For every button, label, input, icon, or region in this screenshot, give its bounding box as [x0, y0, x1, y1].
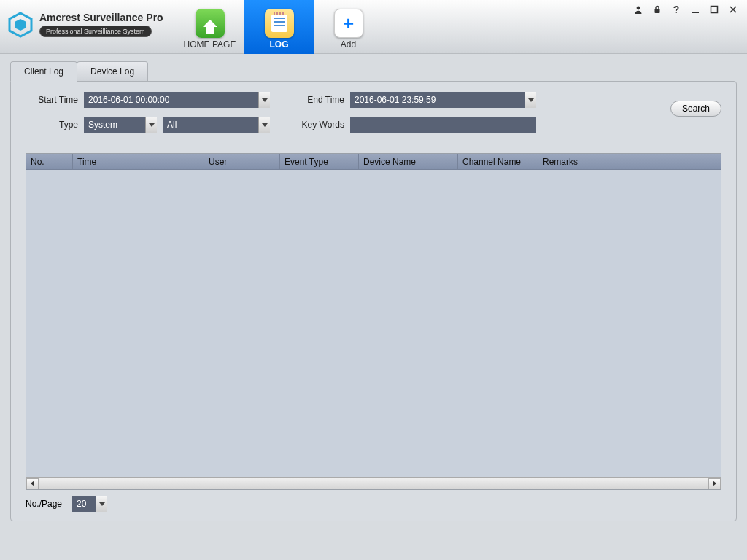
brand-subtitle: Professional Surveilliance System — [39, 26, 152, 37]
subtab-device-log[interactable]: Device Log — [77, 61, 148, 81]
per-page-value: 20 — [77, 499, 86, 509]
scroll-left-icon[interactable] — [26, 478, 39, 489]
help-icon[interactable]: ? — [671, 4, 681, 15]
end-time-input[interactable]: 2016-06-01 23:59:59 — [350, 92, 536, 108]
svg-rect-4 — [692, 12, 699, 13]
nav-label-log: LOG — [270, 39, 289, 50]
label-start-time: Start Time — [26, 95, 84, 105]
subtab-client-log[interactable]: Client Log — [10, 61, 77, 81]
keywords-input[interactable] — [350, 117, 536, 133]
chevron-down-icon[interactable] — [96, 496, 107, 512]
content-area: Client Log Device Log Start Time 2016-06… — [0, 54, 747, 521]
log-table: No. Time User Event Type Device Name Cha… — [26, 153, 721, 490]
nav-tab-log[interactable]: LOG — [244, 0, 314, 54]
pager: No./Page 20 — [26, 496, 721, 512]
svg-point-2 — [637, 7, 640, 10]
add-icon: + — [334, 9, 363, 38]
nav-label-home: HOME PAGE — [184, 39, 236, 50]
table-header: No. Time User Event Type Device Name Cha… — [26, 154, 721, 170]
col-remarks[interactable]: Remarks — [538, 154, 721, 169]
svg-marker-1 — [15, 19, 26, 31]
subtype-value: All — [167, 120, 177, 130]
col-time[interactable]: Time — [73, 154, 204, 169]
home-icon — [196, 9, 225, 38]
lock-icon[interactable] — [652, 4, 662, 15]
end-time-value: 2016-06-01 23:59:59 — [355, 95, 436, 105]
title-bar: Amcrest Surveillance Pro Professional Su… — [0, 0, 747, 54]
start-time-input[interactable]: 2016-06-01 00:00:00 — [84, 92, 270, 108]
chevron-down-icon[interactable] — [258, 92, 270, 108]
minimize-icon[interactable] — [690, 4, 700, 15]
type-select[interactable]: System — [84, 117, 157, 133]
col-device[interactable]: Device Name — [359, 154, 458, 169]
per-page-select[interactable]: 20 — [72, 496, 107, 512]
table-body-empty — [26, 170, 721, 477]
brand-block: Amcrest Surveillance Pro Professional Su… — [7, 9, 163, 38]
chevron-down-icon[interactable] — [145, 117, 157, 133]
col-user[interactable]: User — [204, 154, 280, 169]
label-end-time: End Time — [299, 95, 350, 105]
nav-tab-add[interactable]: + Add — [314, 0, 383, 54]
chevron-down-icon[interactable] — [525, 92, 536, 108]
brand-logo-icon — [7, 12, 34, 38]
nav-label-add: Add — [341, 39, 356, 50]
nav-tabs: HOME PAGE LOG + Add — [175, 0, 383, 54]
filter-panel: Start Time 2016-06-01 00:00:00 End Time … — [10, 81, 737, 521]
col-channel[interactable]: Channel Name — [458, 154, 538, 169]
log-subtabs: Client Log Device Log — [10, 61, 737, 81]
label-per-page: No./Page — [26, 499, 72, 509]
col-event[interactable]: Event Type — [280, 154, 359, 169]
chevron-down-icon[interactable] — [258, 117, 270, 133]
label-keywords: Key Words — [299, 120, 350, 130]
svg-rect-3 — [655, 9, 660, 13]
type-value: System — [88, 120, 117, 130]
brand-title: Amcrest Surveillance Pro — [39, 12, 163, 23]
col-no[interactable]: No. — [26, 154, 73, 169]
nav-tab-home[interactable]: HOME PAGE — [175, 0, 244, 54]
start-time-value: 2016-06-01 00:00:00 — [88, 95, 169, 105]
user-icon[interactable] — [633, 4, 643, 15]
subtype-select[interactable]: All — [163, 117, 270, 133]
maximize-icon[interactable] — [709, 4, 719, 15]
search-button[interactable]: Search — [670, 101, 721, 117]
window-controls: ? — [633, 4, 738, 15]
label-type: Type — [26, 120, 84, 130]
horizontal-scrollbar[interactable] — [26, 477, 721, 489]
log-icon — [265, 9, 294, 38]
close-icon[interactable] — [728, 4, 738, 15]
scroll-right-icon[interactable] — [708, 478, 721, 489]
svg-rect-5 — [711, 7, 718, 13]
